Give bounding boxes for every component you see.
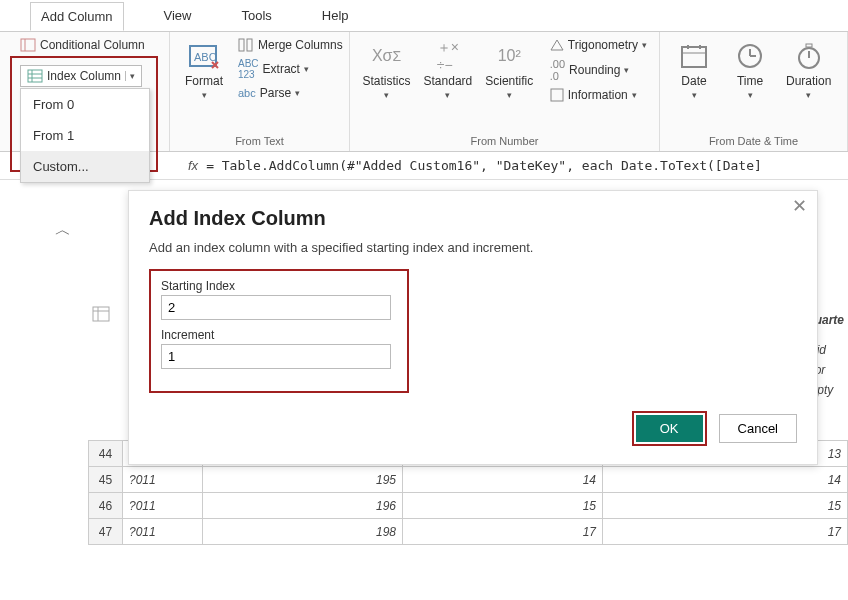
fx-label: fx: [188, 158, 198, 173]
cell[interactable]: ?011: [123, 493, 203, 519]
table-icon: [92, 306, 110, 322]
rounding-button[interactable]: .00.0 Rounding ▾: [546, 56, 651, 84]
formula-text[interactable]: = Table.AddColumn(#"Added Custom16", "Da…: [206, 158, 762, 173]
table-row[interactable]: 46?0111961515: [89, 493, 848, 519]
tab-add-column[interactable]: Add Column: [30, 2, 124, 31]
conditional-icon: [20, 38, 36, 52]
statistics-button[interactable]: ΧσΣ Statistics ▾: [358, 36, 415, 104]
scientific-icon: 10²: [493, 40, 525, 72]
chevron-down-icon: ▾: [445, 90, 450, 100]
increment-input[interactable]: [161, 344, 391, 369]
chevron-down-icon: ▾: [384, 90, 389, 100]
chevron-down-icon: ▾: [507, 90, 512, 100]
ribbon-group-number: From Number: [358, 133, 651, 149]
cell[interactable]: ?011: [123, 467, 203, 493]
chevron-down-icon[interactable]: ▾: [125, 71, 135, 81]
close-icon[interactable]: ✕: [792, 195, 807, 217]
chevron-down-icon: ▾: [202, 90, 207, 100]
highlight-box-ok: OK: [632, 411, 707, 446]
extract-button[interactable]: ABC123 Extract ▾: [234, 56, 347, 82]
svg-rect-15: [21, 39, 35, 51]
collapse-chevron-icon[interactable]: ︿: [55, 220, 71, 241]
chevron-down-icon: ▾: [304, 64, 309, 74]
date-button[interactable]: Date ▾: [668, 36, 720, 104]
scientific-button[interactable]: 10² Scientific ▾: [481, 36, 538, 104]
menu-from-0[interactable]: From 0: [21, 89, 149, 120]
add-index-dialog: ✕ Add Index Column Add an index column w…: [128, 190, 818, 465]
svg-rect-21: [93, 307, 109, 321]
increment-label: Increment: [161, 328, 397, 342]
starting-index-label: Starting Index: [161, 279, 397, 293]
tab-tools[interactable]: Tools: [232, 2, 282, 29]
cell[interactable]: 198: [203, 519, 403, 545]
svg-text:ABC: ABC: [194, 51, 217, 63]
row-number: 47: [89, 519, 123, 545]
parse-button[interactable]: abc Parse ▾: [234, 84, 347, 102]
standard-icon: ＋×÷−: [432, 40, 464, 72]
menu-custom[interactable]: Custom...: [21, 151, 149, 182]
chevron-down-icon: ▾: [295, 88, 300, 98]
time-button[interactable]: Time ▾: [724, 36, 776, 104]
cell[interactable]: 17: [603, 519, 848, 545]
cell[interactable]: 15: [403, 493, 603, 519]
duration-button[interactable]: Duration ▾: [780, 36, 837, 104]
date-icon: [678, 40, 710, 72]
standard-button[interactable]: ＋×÷− Standard ▾: [419, 36, 477, 104]
svg-rect-5: [682, 47, 706, 67]
extract-icon: ABC123: [238, 58, 259, 80]
statistics-icon: ΧσΣ: [371, 40, 403, 72]
information-button[interactable]: Information ▾: [546, 86, 651, 104]
time-icon: [734, 40, 766, 72]
table-row[interactable]: 45?0111951414: [89, 467, 848, 493]
cell[interactable]: 195: [203, 467, 403, 493]
cell[interactable]: 17: [403, 519, 603, 545]
format-icon: ABC: [188, 40, 220, 72]
info-icon: [550, 88, 564, 102]
parse-icon: abc: [238, 87, 256, 99]
highlight-box-fields: Starting Index Increment: [149, 269, 409, 393]
trig-icon: [550, 39, 564, 51]
index-column-menu: From 0 From 1 Custom...: [20, 88, 150, 183]
cancel-button[interactable]: Cancel: [719, 414, 797, 443]
cell[interactable]: 15: [603, 493, 848, 519]
menu-tabs: Add Column View Tools Help: [0, 0, 848, 32]
chevron-down-icon: ▾: [624, 65, 629, 75]
svg-rect-2: [239, 39, 244, 51]
chevron-down-icon: ▾: [692, 90, 697, 100]
dialog-desc: Add an index column with a specified sta…: [149, 240, 797, 255]
row-number: 45: [89, 467, 123, 493]
format-button[interactable]: ABC Format ▾: [178, 36, 230, 104]
chevron-down-icon: ▾: [748, 90, 753, 100]
tab-help[interactable]: Help: [312, 2, 359, 29]
chevron-down-icon: ▾: [806, 90, 811, 100]
svg-rect-14: [806, 44, 812, 47]
cell[interactable]: 14: [603, 467, 848, 493]
cell[interactable]: ?011: [123, 519, 203, 545]
rounding-icon: .00.0: [550, 58, 565, 82]
duration-icon: [793, 40, 825, 72]
index-icon: [27, 69, 43, 83]
svg-rect-3: [247, 39, 252, 51]
row-number: 46: [89, 493, 123, 519]
cell[interactable]: 196: [203, 493, 403, 519]
merge-icon: [238, 38, 254, 52]
conditional-column-button[interactable]: Conditional Column: [20, 38, 145, 52]
svg-rect-17: [28, 70, 42, 82]
dialog-title: Add Index Column: [149, 207, 797, 230]
table-row[interactable]: 47?0111981717: [89, 519, 848, 545]
merge-columns-button[interactable]: Merge Columns: [234, 36, 347, 54]
starting-index-input[interactable]: [161, 295, 391, 320]
ribbon-group-datetime: From Date & Time: [668, 133, 839, 149]
tab-view[interactable]: View: [154, 2, 202, 29]
trigonometry-button[interactable]: Trigonometry ▾: [546, 36, 651, 54]
menu-from-1[interactable]: From 1: [21, 120, 149, 151]
chevron-down-icon: ▾: [632, 90, 637, 100]
cell[interactable]: 14: [403, 467, 603, 493]
row-number: 44: [89, 441, 123, 467]
ribbon-group-text: From Text: [178, 133, 341, 149]
ok-button[interactable]: OK: [636, 415, 703, 442]
svg-rect-4: [551, 89, 563, 101]
chevron-down-icon: ▾: [642, 40, 647, 50]
index-column-button[interactable]: Index Column ▾: [20, 65, 142, 87]
